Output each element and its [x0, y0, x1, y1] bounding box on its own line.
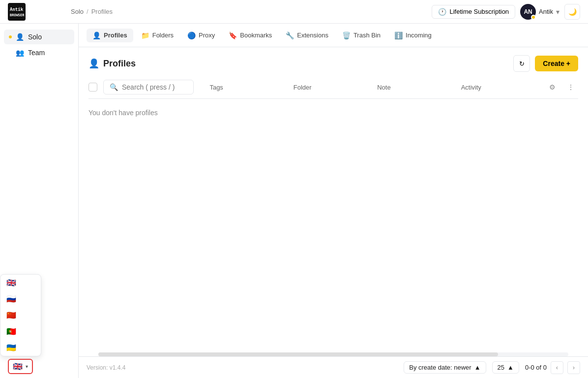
trash-bin-tab-icon: 🗑️	[342, 32, 351, 39]
page-header: 👤 Profiles ↻ Create +	[79, 47, 588, 76]
tab-label: Folders	[152, 32, 174, 39]
breadcrumb: Solo / Profiles	[71, 8, 428, 15]
footer: Version: v1.4.4 By create date: newer ▲ …	[79, 356, 588, 378]
tab-profiles[interactable]: 👤 Profiles	[87, 29, 133, 42]
scrollbar-thumb[interactable]	[98, 352, 498, 356]
team-icon: 👥	[16, 49, 24, 57]
tab-label: Bookmarks	[240, 32, 272, 39]
sidebar-item-team[interactable]: 👥 Team	[4, 45, 74, 60]
subscription-label: Lifetime Subscription	[449, 8, 509, 15]
person-icon: 👤	[16, 33, 24, 41]
sidebar-item-label: Solo	[28, 33, 42, 41]
col-note-header: Note	[377, 84, 455, 91]
profiles-tab-icon: 👤	[92, 32, 101, 39]
pt-flag-icon: 🇵🇹	[6, 327, 16, 336]
sort-chevron-icon: ▲	[474, 364, 481, 371]
pagination: 0-0 of 0 ‹ ›	[525, 361, 580, 374]
table-area: 🔍 Tags Folder Note Activity ⚙ ⋮ You don'…	[79, 76, 588, 352]
tab-incoming[interactable]: ℹ️ Incoming	[388, 29, 438, 42]
lang-option-cn[interactable]: 🇨🇳	[0, 307, 41, 323]
main-layout: 👤 Solo 👥 Team 👤 Profiles 📁 Folders 🔵 Pro…	[0, 24, 588, 378]
breadcrumb-separator: /	[87, 8, 88, 15]
col-activity-header: Activity	[461, 84, 539, 91]
tab-label: Profiles	[104, 32, 127, 39]
tab-label: Proxy	[199, 32, 215, 39]
page-size-value: 25	[498, 364, 504, 371]
logo: Antik BROWSER	[8, 3, 67, 21]
user-name: Antik	[539, 8, 553, 15]
page-title-icon: 👤	[88, 58, 99, 69]
tab-extensions[interactable]: 🔧 Extensions	[280, 29, 334, 42]
bookmarks-tab-icon: 🔖	[229, 32, 237, 39]
lang-option-en[interactable]: 🇬🇧	[0, 275, 41, 291]
filter-button[interactable]: ⚙	[545, 80, 559, 94]
user-menu-button[interactable]: AN Antik ▾	[520, 4, 559, 20]
scrollbar-container	[79, 352, 588, 356]
search-box[interactable]: 🔍	[103, 80, 194, 94]
incoming-tab-icon: ℹ️	[394, 32, 403, 39]
sidebar-item-solo[interactable]: 👤 Solo	[4, 30, 74, 44]
refresh-icon: ↻	[519, 60, 525, 67]
version-label: Version: v1.4.4	[87, 364, 125, 371]
avatar: AN	[520, 4, 536, 20]
lang-option-ru[interactable]: 🇷🇺	[0, 291, 41, 307]
sort-label: By create date: newer	[409, 364, 471, 371]
search-icon: 🔍	[110, 83, 118, 91]
pagination-label: 0-0 of 0	[525, 364, 547, 371]
language-trigger-button[interactable]: 🇬🇧 ▾	[8, 359, 33, 374]
tab-folders[interactable]: 📁 Folders	[135, 29, 179, 42]
current-lang-flag-icon: 🇬🇧	[13, 362, 23, 371]
chevron-down-icon: ▾	[556, 8, 559, 16]
svg-rect-0	[8, 3, 26, 21]
page-title-text: Profiles	[103, 59, 136, 69]
create-button-label: Create +	[543, 60, 570, 67]
tab-label: Incoming	[406, 32, 432, 39]
lang-chevron-down-icon: ▾	[26, 364, 28, 369]
horizontal-scrollbar[interactable]	[98, 352, 568, 356]
create-button[interactable]: Create +	[535, 56, 578, 71]
sidebar-item-label: Team	[28, 49, 45, 57]
more-options-button[interactable]: ⋮	[563, 80, 578, 94]
ru-flag-icon: 🇷🇺	[6, 294, 16, 304]
footer-right: By create date: newer ▲ 25 ▲ 0-0 of 0 ‹ …	[404, 361, 580, 374]
moon-icon: 🌙	[568, 8, 577, 16]
lang-option-pt[interactable]: 🇵🇹	[0, 323, 41, 340]
avatar-status-dot	[531, 15, 536, 20]
col-tags-header: Tags	[200, 84, 287, 91]
uk-flag-icon: 🇬🇧	[6, 278, 16, 287]
prev-page-button[interactable]: ‹	[551, 361, 563, 374]
content-area: 👤 Profiles 📁 Folders 🔵 Proxy 🔖 Bookmarks…	[79, 24, 588, 378]
extensions-tab-icon: 🔧	[286, 32, 294, 39]
sort-selector[interactable]: By create date: newer ▲	[404, 361, 486, 374]
clock-icon: 🕐	[438, 8, 446, 16]
svg-text:BROWSER: BROWSER	[10, 13, 25, 17]
nav-tabs: 👤 Profiles 📁 Folders 🔵 Proxy 🔖 Bookmarks…	[79, 24, 588, 47]
tab-bookmarks[interactable]: 🔖 Bookmarks	[223, 29, 278, 42]
page-size-selector[interactable]: 25 ▲	[492, 361, 519, 374]
tab-proxy[interactable]: 🔵 Proxy	[181, 29, 221, 42]
header: Antik BROWSER Solo / Profiles 🕐 Lifetime…	[0, 0, 588, 24]
ua-flag-icon: 🇺🇦	[6, 343, 16, 352]
refresh-button[interactable]: ↻	[513, 55, 530, 72]
table-header: 🔍 Tags Folder Note Activity ⚙ ⋮	[88, 76, 578, 99]
table-actions: ⚙ ⋮	[545, 80, 578, 94]
empty-message: You don't have profiles	[88, 99, 578, 126]
lang-option-ua[interactable]: 🇺🇦	[0, 340, 41, 356]
breadcrumb-parent[interactable]: Solo	[71, 8, 84, 15]
subscription-button[interactable]: 🕐 Lifetime Subscription	[432, 5, 515, 19]
select-all-checkbox[interactable]	[88, 83, 97, 92]
proxy-tab-icon: 🔵	[187, 32, 196, 39]
tab-trash-bin[interactable]: 🗑️ Trash Bin	[336, 29, 386, 42]
breadcrumb-current: Profiles	[91, 8, 113, 15]
search-input[interactable]	[122, 83, 187, 91]
folders-tab-icon: 📁	[141, 32, 149, 39]
language-dropdown: 🇬🇧 🇷🇺 🇨🇳 🇵🇹 🇺🇦	[0, 274, 41, 356]
next-page-button[interactable]: ›	[567, 361, 580, 374]
theme-toggle-button[interactable]: 🌙	[564, 4, 580, 20]
page-title: 👤 Profiles	[88, 58, 508, 69]
tab-label: Extensions	[297, 32, 328, 39]
logo-icon: Antik BROWSER	[8, 3, 26, 21]
col-folder-header: Folder	[294, 84, 371, 91]
cn-flag-icon: 🇨🇳	[6, 311, 16, 320]
svg-text:Antik: Antik	[10, 7, 24, 12]
